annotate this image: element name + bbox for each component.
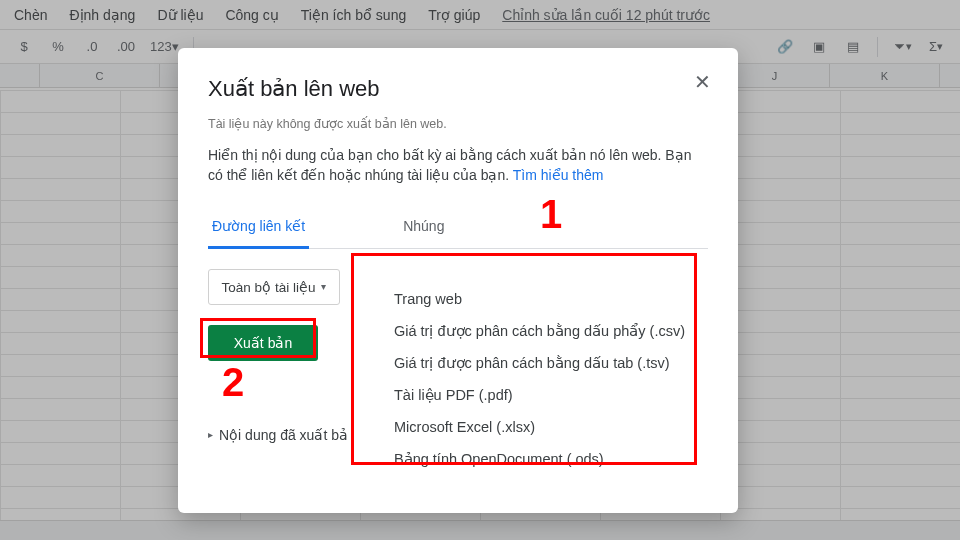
dialog-description: Hiển thị nội dung của bạn cho bất kỳ ai … [208, 145, 708, 186]
close-icon: ✕ [694, 71, 711, 93]
tab-embed[interactable]: Nhúng [399, 208, 448, 248]
publish-to-web-dialog: Xuất bản lên web ✕ Tài liệu này không đư… [178, 48, 738, 513]
chevron-down-icon: ▾ [321, 281, 326, 292]
export-format-list: Trang web Giá trị được phân cách bằng dấ… [372, 269, 708, 489]
close-button[interactable]: ✕ [688, 68, 716, 96]
format-option-webpage[interactable]: Trang web [394, 283, 690, 315]
dialog-subtitle: Tài liệu này không được xuất bản lên web… [208, 116, 708, 131]
published-content-label: Nội dung đã xuất bả [219, 427, 348, 443]
learn-more-link[interactable]: Tìm hiểu thêm [513, 167, 604, 183]
publish-button[interactable]: Xuất bản [208, 325, 318, 361]
format-option-tsv[interactable]: Giá trị được phân cách bằng dấu tab (.ts… [394, 347, 690, 379]
triangle-right-icon: ▸ [208, 429, 213, 440]
format-option-xlsx[interactable]: Microsoft Excel (.xlsx) [394, 411, 690, 443]
tab-link[interactable]: Đường liên kết [208, 208, 309, 249]
scope-dropdown[interactable]: Toàn bộ tài liệu ▾ [208, 269, 340, 305]
dialog-tabs: Đường liên kết Nhúng [208, 208, 708, 249]
scope-dropdown-label: Toàn bộ tài liệu [222, 279, 316, 295]
dialog-title: Xuất bản lên web [208, 76, 708, 102]
published-content-toggle[interactable]: ▸ Nội dung đã xuất bả [208, 427, 350, 443]
format-option-pdf[interactable]: Tài liệu PDF (.pdf) [394, 379, 690, 411]
format-option-ods[interactable]: Bảng tính OpenDocument (.ods) [394, 443, 690, 475]
format-option-csv[interactable]: Giá trị được phân cách bằng dấu phẩy (.c… [394, 315, 690, 347]
